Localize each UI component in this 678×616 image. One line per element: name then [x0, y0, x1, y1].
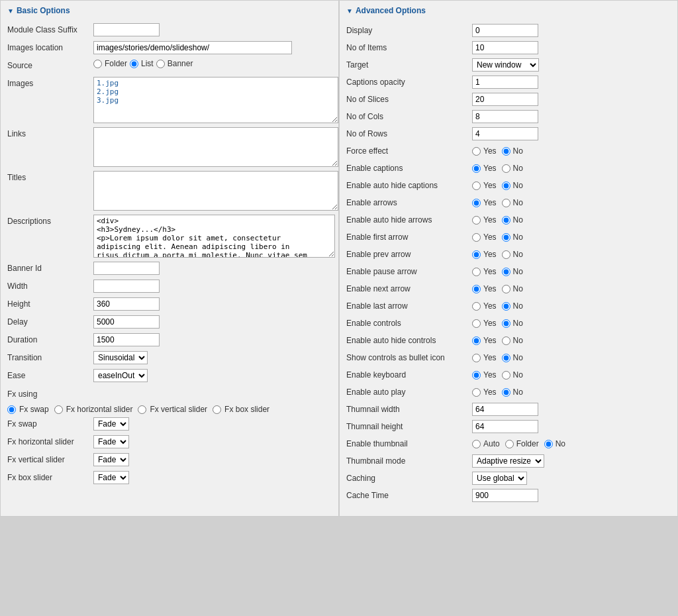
height-input[interactable] [93, 297, 160, 311]
enable-captions-yes-radio[interactable] [472, 164, 481, 173]
auto-hide-arrows-yes[interactable]: Yes [472, 215, 497, 225]
images-location-input[interactable] [93, 41, 292, 54]
auto-hide-controls-no-radio[interactable] [502, 336, 510, 345]
descriptions-textarea[interactable]: <div> <h3>Sydney...</h3> <p>Lorem ipsum … [93, 215, 335, 258]
fx-box-select[interactable]: Fade [93, 471, 129, 484]
thumbnail-width-input[interactable] [472, 403, 538, 416]
next-arrow-no-radio[interactable] [502, 285, 510, 293]
prev-arrow-yes[interactable]: Yes [472, 250, 497, 259]
collapse-arrow-advanced[interactable]: ▼ [346, 7, 353, 15]
auto-hide-captions-no-radio[interactable] [502, 181, 510, 190]
controls-yes[interactable]: Yes [472, 319, 497, 328]
controls-no[interactable]: No [502, 319, 523, 328]
auto-play-no[interactable]: No [502, 387, 523, 397]
pause-arrow-yes[interactable]: Yes [472, 267, 497, 276]
enable-captions-yes[interactable]: Yes [472, 164, 497, 173]
fx-horizontal-radio[interactable] [54, 405, 63, 414]
cache-time-input[interactable] [472, 489, 538, 502]
bullet-yes[interactable]: Yes [472, 353, 497, 362]
fx-swap-select[interactable]: Fade [93, 417, 129, 431]
titles-textarea[interactable] [93, 171, 338, 211]
thumbnail-auto-radio[interactable] [472, 440, 481, 448]
bullet-no-radio[interactable] [502, 354, 510, 362]
target-select[interactable]: New window Same window [472, 58, 539, 72]
auto-hide-controls-no[interactable]: No [502, 336, 523, 345]
keyboard-no-radio[interactable] [502, 371, 510, 380]
thumbnail-folder[interactable]: Folder [505, 439, 539, 448]
prev-arrow-no[interactable]: No [502, 250, 523, 259]
ease-select[interactable]: easeInOut [93, 369, 148, 382]
auto-hide-captions-no[interactable]: No [502, 181, 523, 190]
auto-hide-arrows-yes-radio[interactable] [472, 216, 481, 225]
next-arrow-no[interactable]: No [502, 284, 523, 293]
fx-swap-radio[interactable] [7, 405, 16, 414]
fx-horizontal-option[interactable]: Fx horizontal slider [54, 405, 133, 414]
enable-captions-no[interactable]: No [502, 164, 523, 173]
fx-swap-option[interactable]: Fx swap [7, 405, 49, 414]
pause-arrow-no-radio[interactable] [502, 268, 510, 276]
first-arrow-yes-radio[interactable] [472, 233, 481, 242]
enable-captions-no-radio[interactable] [502, 164, 510, 173]
links-textarea[interactable] [93, 127, 338, 167]
last-arrow-no[interactable]: No [502, 301, 523, 311]
auto-hide-arrows-no[interactable]: No [502, 215, 523, 225]
bullet-no[interactable]: No [502, 353, 523, 362]
thumbnail-no-radio[interactable] [544, 440, 553, 448]
next-arrow-yes[interactable]: Yes [472, 284, 497, 293]
fx-vertical-option[interactable]: Fx vertical slider [138, 405, 207, 414]
controls-no-radio[interactable] [502, 319, 510, 328]
banner-id-input[interactable] [93, 262, 160, 275]
keyboard-yes[interactable]: Yes [472, 370, 497, 380]
pause-arrow-no[interactable]: No [502, 267, 523, 276]
source-list-option[interactable]: List [130, 59, 154, 68]
no-of-slices-input[interactable] [472, 93, 538, 106]
fx-vertical-radio[interactable] [138, 405, 146, 414]
keyboard-no[interactable]: No [502, 370, 523, 380]
first-arrow-no-radio[interactable] [502, 233, 510, 242]
fx-box-radio[interactable] [213, 405, 221, 414]
thumbnail-auto[interactable]: Auto [472, 439, 500, 448]
keyboard-yes-radio[interactable] [472, 371, 481, 380]
images-textarea[interactable]: 1.jpg 2.jpg 3.jpg [93, 77, 338, 123]
source-list-radio[interactable] [130, 60, 138, 68]
last-arrow-no-radio[interactable] [502, 302, 510, 311]
module-class-suffix-input[interactable] [93, 23, 160, 36]
transition-select[interactable]: Sinusoidal [93, 351, 148, 364]
last-arrow-yes-radio[interactable] [472, 302, 481, 311]
captions-opacity-input[interactable] [472, 76, 538, 89]
duration-input[interactable] [93, 333, 160, 346]
auto-hide-arrows-no-radio[interactable] [502, 216, 510, 225]
auto-hide-controls-yes[interactable]: Yes [472, 336, 497, 345]
fx-box-option[interactable]: Fx box slider [213, 405, 269, 414]
force-effect-yes-radio[interactable] [472, 147, 481, 156]
thumbnail-folder-radio[interactable] [505, 440, 514, 448]
source-banner-option[interactable]: Banner [156, 59, 193, 68]
no-of-rows-input[interactable] [472, 127, 538, 140]
collapse-arrow-basic[interactable]: ▼ [7, 7, 14, 15]
prev-arrow-yes-radio[interactable] [472, 250, 481, 259]
prev-arrow-no-radio[interactable] [502, 250, 510, 259]
auto-play-no-radio[interactable] [502, 388, 510, 397]
thumbnail-height-input[interactable] [472, 420, 538, 433]
auto-play-yes[interactable]: Yes [472, 387, 497, 397]
last-arrow-yes[interactable]: Yes [472, 301, 497, 311]
source-banner-radio[interactable] [156, 60, 165, 68]
enable-arrows-no-radio[interactable] [502, 199, 510, 207]
source-folder-radio[interactable] [93, 60, 102, 68]
no-of-items-input[interactable] [472, 41, 538, 54]
pause-arrow-yes-radio[interactable] [472, 268, 481, 276]
caching-select[interactable]: Use global [472, 472, 527, 485]
force-effect-no[interactable]: No [502, 146, 523, 156]
width-input[interactable] [93, 280, 160, 293]
auto-hide-captions-yes[interactable]: Yes [472, 181, 497, 190]
auto-hide-captions-yes-radio[interactable] [472, 181, 481, 190]
display-input[interactable] [472, 24, 538, 37]
controls-yes-radio[interactable] [472, 319, 481, 328]
thumbnail-no[interactable]: No [544, 439, 565, 448]
first-arrow-no[interactable]: No [502, 232, 523, 242]
enable-arrows-yes-radio[interactable] [472, 199, 481, 207]
auto-hide-controls-yes-radio[interactable] [472, 336, 481, 345]
source-folder-option[interactable]: Folder [93, 59, 127, 68]
thumbnail-mode-select[interactable]: Adaptive resize [472, 454, 544, 468]
next-arrow-yes-radio[interactable] [472, 285, 481, 293]
